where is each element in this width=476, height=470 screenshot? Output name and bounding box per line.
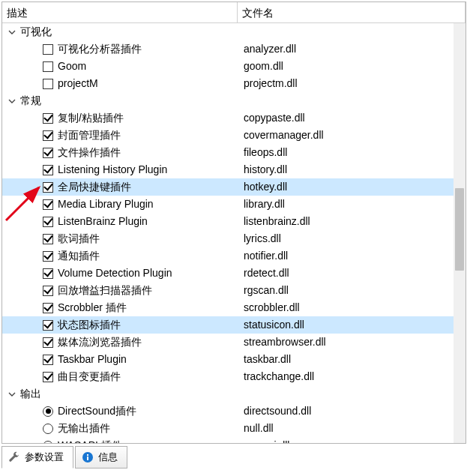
checkbox[interactable] <box>43 234 53 244</box>
list-item[interactable]: DirectSound插件 directsound.dll <box>2 403 454 420</box>
item-filename: wasapi.dll <box>238 437 454 443</box>
list-item[interactable]: projectM projectm.dll <box>2 75 454 92</box>
group-label: 可视化 <box>20 23 52 40</box>
checkbox[interactable] <box>43 268 53 279</box>
header-filename[interactable]: 文件名 <box>238 2 466 22</box>
tab-settings-label: 参数设置 <box>25 451 64 464</box>
plugins-panel: 描述 文件名 可视化 可视化分析器插件 analyzer.dll Goom go… <box>1 1 466 444</box>
list-item[interactable]: Goom goom.dll <box>2 58 454 75</box>
svg-rect-2 <box>87 457 88 460</box>
group-row[interactable]: 输出 <box>2 385 454 403</box>
header-description[interactable]: 描述 <box>2 2 238 22</box>
item-label: 回放增益扫描器插件 <box>58 282 152 299</box>
radio[interactable] <box>43 424 53 434</box>
list-item[interactable]: Scrobbler 插件 scrobbler.dll <box>2 299 454 316</box>
item-label: projectM <box>58 75 98 92</box>
item-label: Taskbar Plugin <box>58 351 127 368</box>
column-headers: 描述 文件名 <box>2 2 466 23</box>
checkbox[interactable] <box>43 303 53 313</box>
tab-info-label: 信息 <box>98 451 118 464</box>
item-filename: rgscan.dll <box>238 282 454 299</box>
checkbox[interactable] <box>43 337 53 348</box>
item-filename: lyrics.dll <box>238 230 454 247</box>
wrench-icon <box>8 451 20 463</box>
item-label: Goom <box>58 58 86 75</box>
list-item[interactable]: 状态图标插件 statusicon.dll <box>2 316 454 334</box>
plugin-tree[interactable]: 可视化 可视化分析器插件 analyzer.dll Goom goom.dll … <box>2 23 454 443</box>
item-filename: hotkey.dll <box>238 178 454 196</box>
info-icon <box>82 451 94 463</box>
checkbox[interactable] <box>43 182 53 193</box>
list-item[interactable]: ListenBrainz Plugin listenbrainz.dll <box>2 213 454 230</box>
item-label: 通知插件 <box>58 247 100 265</box>
list-item[interactable]: Listening History Plugin history.dll <box>2 161 454 178</box>
item-label: Media Library Plugin <box>58 196 154 213</box>
chevron-down-icon[interactable] <box>7 389 17 400</box>
list-item[interactable]: 复制/粘贴插件 copypaste.dll <box>2 109 454 127</box>
item-label: ListenBrainz Plugin <box>58 213 148 230</box>
radio[interactable] <box>43 441 53 444</box>
item-label: 文件操作插件 <box>58 144 121 161</box>
tab-settings[interactable]: 参数设置 <box>1 446 73 469</box>
list-item[interactable]: 全局快捷键插件 hotkey.dll <box>2 178 454 196</box>
scrollbar-thumb[interactable] <box>455 188 464 271</box>
list-item[interactable]: 可视化分析器插件 analyzer.dll <box>2 40 454 58</box>
list-item[interactable]: 通知插件 notifier.dll <box>2 247 454 265</box>
bottom-tabs: 参数设置 信息 <box>1 446 129 469</box>
list-item[interactable]: 媒体流浏览器插件 streambrowser.dll <box>2 334 454 351</box>
item-label: Scrobbler 插件 <box>58 299 127 316</box>
list-item[interactable]: 歌词插件 lyrics.dll <box>2 230 454 247</box>
item-filename: fileops.dll <box>238 144 454 161</box>
chevron-down-icon[interactable] <box>7 96 17 106</box>
tab-info[interactable]: 信息 <box>75 446 127 469</box>
item-label: 状态图标插件 <box>58 316 121 334</box>
svg-rect-3 <box>87 454 88 456</box>
list-item[interactable]: 无输出插件 null.dll <box>2 420 454 437</box>
checkbox[interactable] <box>43 130 53 141</box>
checkbox[interactable] <box>43 165 53 175</box>
checkbox[interactable] <box>43 148 53 158</box>
list-item[interactable]: WASAPI 插件 wasapi.dll <box>2 437 454 443</box>
item-filename: streambrowser.dll <box>238 334 454 351</box>
item-filename: library.dll <box>238 196 454 213</box>
item-filename: copypaste.dll <box>238 109 454 127</box>
item-label: Volume Detection Plugin <box>58 265 172 282</box>
checkbox[interactable] <box>43 320 53 331</box>
group-row[interactable]: 常规 <box>2 92 454 109</box>
scrollbar[interactable] <box>454 23 466 443</box>
item-filename: statusicon.dll <box>238 316 454 334</box>
group-label: 常规 <box>20 92 41 109</box>
group-label: 输出 <box>20 385 41 403</box>
chevron-down-icon[interactable] <box>7 27 17 37</box>
checkbox[interactable] <box>43 217 53 227</box>
item-filename: trackchange.dll <box>238 368 454 385</box>
list-item[interactable]: 回放增益扫描器插件 rgscan.dll <box>2 282 454 299</box>
checkbox[interactable] <box>43 251 53 262</box>
checkbox[interactable] <box>43 61 53 72</box>
list-item[interactable]: 曲目变更插件 trackchange.dll <box>2 368 454 385</box>
item-filename: directsound.dll <box>238 403 454 420</box>
list-item[interactable]: 封面管理插件 covermanager.dll <box>2 127 454 144</box>
group-row[interactable]: 可视化 <box>2 23 454 40</box>
item-label: 歌词插件 <box>58 230 100 247</box>
item-filename: taskbar.dll <box>238 351 454 368</box>
item-label: 曲目变更插件 <box>58 368 121 385</box>
list-item[interactable]: 文件操作插件 fileops.dll <box>2 144 454 161</box>
checkbox[interactable] <box>43 113 53 124</box>
item-filename: null.dll <box>238 420 454 437</box>
radio[interactable] <box>43 406 53 417</box>
list-item[interactable]: Media Library Plugin library.dll <box>2 196 454 213</box>
checkbox[interactable] <box>43 372 53 382</box>
item-filename: history.dll <box>238 161 454 178</box>
item-label: 媒体流浏览器插件 <box>58 334 142 351</box>
item-label: 可视化分析器插件 <box>58 40 142 58</box>
checkbox[interactable] <box>43 286 53 296</box>
checkbox[interactable] <box>43 199 53 210</box>
checkbox[interactable] <box>43 44 53 55</box>
item-filename: covermanager.dll <box>238 127 454 144</box>
list-item[interactable]: Volume Detection Plugin rdetect.dll <box>2 265 454 282</box>
list-item[interactable]: Taskbar Plugin taskbar.dll <box>2 351 454 368</box>
checkbox[interactable] <box>43 79 53 89</box>
item-label: 全局快捷键插件 <box>58 178 131 196</box>
checkbox[interactable] <box>43 355 53 365</box>
